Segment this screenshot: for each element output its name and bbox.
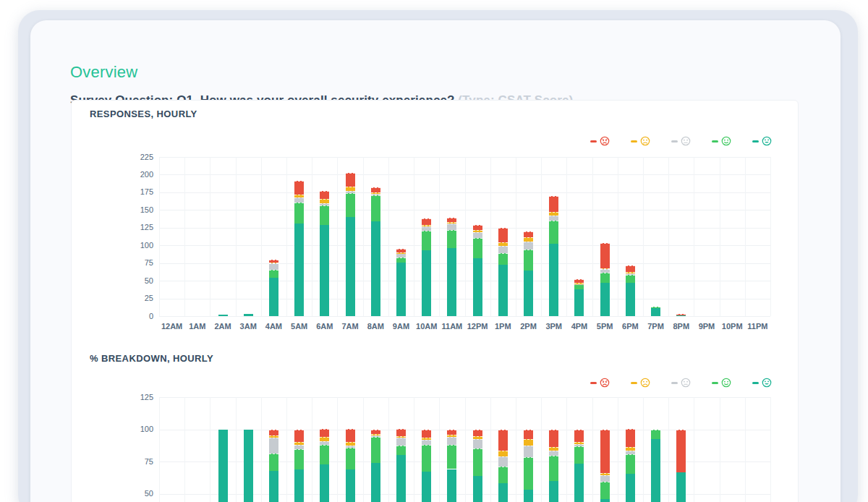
legend-item-very-unsatisfied[interactable] xyxy=(590,378,610,388)
bar-segment-satisfied-4PM[interactable] xyxy=(574,446,584,464)
bar-segment-very-unsatisfied-4PM[interactable] xyxy=(574,430,584,442)
legend-item-unsatisfied[interactable] xyxy=(631,378,650,388)
bar-segment-neutral-12PM[interactable] xyxy=(473,439,482,448)
legend-item-neutral[interactable] xyxy=(671,378,691,388)
bar-segment-very-satisfied-5AM[interactable] xyxy=(294,224,304,316)
bar-segment-satisfied-10AM[interactable] xyxy=(422,231,431,250)
bar-segment-unsatisfied-6PM[interactable] xyxy=(626,272,635,273)
legend-item-neutral[interactable] xyxy=(671,136,691,146)
bar-segment-unsatisfied-3PM[interactable] xyxy=(549,447,558,451)
bar-segment-very-unsatisfied-12PM[interactable] xyxy=(473,430,482,437)
bar-segment-very-unsatisfied-10AM[interactable] xyxy=(422,218,431,225)
bar-segment-unsatisfied-6AM[interactable] xyxy=(320,437,329,441)
bar-segment-very-satisfied-3AM[interactable] xyxy=(244,314,253,316)
bar-segment-neutral-10AM[interactable] xyxy=(422,226,431,231)
bar-segment-satisfied-6AM[interactable] xyxy=(320,445,329,464)
bar-segment-very-unsatisfied-2PM[interactable] xyxy=(524,231,533,238)
bar-segment-satisfied-3PM[interactable] xyxy=(549,456,558,481)
bar-segment-neutral-7AM[interactable] xyxy=(346,446,355,448)
bar-segment-unsatisfied-9AM[interactable] xyxy=(396,436,406,438)
bar-segment-satisfied-6PM[interactable] xyxy=(626,275,635,283)
bar-segment-very-satisfied-8AM[interactable] xyxy=(371,221,380,316)
bar-segment-unsatisfied-5PM[interactable] xyxy=(600,268,610,270)
bar-segment-neutral-10AM[interactable] xyxy=(422,440,431,446)
bar-segment-satisfied-6AM[interactable] xyxy=(320,205,329,224)
bar-segment-very-satisfied-12PM[interactable] xyxy=(473,258,482,316)
bar-segment-satisfied-7PM[interactable] xyxy=(651,430,660,440)
bar-segment-very-satisfied-6AM[interactable] xyxy=(320,225,329,316)
bar-segment-unsatisfied-12PM[interactable] xyxy=(473,436,482,439)
bar-segment-very-satisfied-9AM[interactable] xyxy=(396,263,406,316)
bar-segment-unsatisfied-11AM[interactable] xyxy=(447,222,456,224)
bar-segment-very-unsatisfied-6AM[interactable] xyxy=(320,429,329,437)
bar-segment-unsatisfied-9AM[interactable] xyxy=(396,252,406,254)
bar-segment-unsatisfied-4AM[interactable] xyxy=(269,263,278,264)
bar-segment-satisfied-2PM[interactable] xyxy=(524,250,533,271)
bar-segment-satisfied-12PM[interactable] xyxy=(473,238,482,258)
bar-segment-very-satisfied-7PM[interactable] xyxy=(651,439,660,502)
legend-item-very-satisfied[interactable] xyxy=(752,378,772,388)
bar-segment-unsatisfied-2PM[interactable] xyxy=(524,237,533,242)
bar-segment-unsatisfied-11AM[interactable] xyxy=(447,435,456,436)
bar-segment-very-unsatisfied-9AM[interactable] xyxy=(396,429,406,435)
bar-segment-unsatisfied-2PM[interactable] xyxy=(524,439,533,446)
bar-segment-very-satisfied-5AM[interactable] xyxy=(294,469,304,502)
bar-segment-very-satisfied-1PM[interactable] xyxy=(498,483,508,502)
bar-segment-unsatisfied-4PM[interactable] xyxy=(574,283,584,284)
bar-segment-satisfied-2PM[interactable] xyxy=(524,457,533,490)
bar-segment-very-satisfied-12PM[interactable] xyxy=(473,476,482,502)
bar-segment-satisfied-5AM[interactable] xyxy=(294,203,304,224)
bar-segment-neutral-4AM[interactable] xyxy=(269,438,278,454)
bar-segment-neutral-9AM[interactable] xyxy=(396,438,406,446)
bar-segment-unsatisfied-7AM[interactable] xyxy=(346,187,355,191)
bar-segment-neutral-8AM[interactable] xyxy=(371,435,380,437)
bar-segment-very-unsatisfied-4PM[interactable] xyxy=(574,279,584,283)
bar-segment-unsatisfied-4AM[interactable] xyxy=(269,435,278,437)
bar-segment-very-unsatisfied-8AM[interactable] xyxy=(371,430,380,435)
bar-segment-very-satisfied-3PM[interactable] xyxy=(549,244,558,316)
bar-segment-very-unsatisfied-9AM[interactable] xyxy=(396,249,406,252)
bar-segment-unsatisfied-4PM[interactable] xyxy=(574,442,584,444)
bar-segment-satisfied-4AM[interactable] xyxy=(269,454,278,472)
bar-segment-very-satisfied-2AM[interactable] xyxy=(218,315,228,316)
bar-segment-very-unsatisfied-5AM[interactable] xyxy=(294,181,304,195)
bar-segment-satisfied-3PM[interactable] xyxy=(549,221,558,244)
bar-segment-neutral-2PM[interactable] xyxy=(524,446,533,457)
bar-segment-very-satisfied-11AM[interactable] xyxy=(447,248,456,316)
bar-segment-very-satisfied-4AM[interactable] xyxy=(269,278,278,316)
bar-segment-unsatisfied-5AM[interactable] xyxy=(294,442,304,445)
bar-segment-very-satisfied-9AM[interactable] xyxy=(396,455,406,502)
bar-segment-very-satisfied-6PM[interactable] xyxy=(626,283,635,316)
bar-segment-neutral-6PM[interactable] xyxy=(626,273,635,275)
bar-segment-neutral-5AM[interactable] xyxy=(294,197,304,203)
bar-segment-very-unsatisfied-6PM[interactable] xyxy=(626,265,635,273)
bar-segment-very-satisfied-7AM[interactable] xyxy=(346,469,355,502)
bar-segment-very-satisfied-10AM[interactable] xyxy=(422,250,431,316)
bar-segment-very-satisfied-1PM[interactable] xyxy=(498,265,508,316)
bar-segment-very-unsatisfied-4AM[interactable] xyxy=(269,430,278,436)
bar-segment-unsatisfied-6PM[interactable] xyxy=(626,447,635,451)
bar-segment-satisfied-4AM[interactable] xyxy=(269,270,278,278)
bar-segment-very-satisfied-2PM[interactable] xyxy=(524,271,533,316)
bar-segment-unsatisfied-3PM[interactable] xyxy=(549,212,558,216)
bar-segment-very-unsatisfied-8PM[interactable] xyxy=(676,314,686,315)
bar-segment-very-satisfied-8AM[interactable] xyxy=(371,463,380,502)
bar-segment-unsatisfied-10AM[interactable] xyxy=(422,438,431,439)
bar-segment-very-unsatisfied-12PM[interactable] xyxy=(473,225,482,230)
bar-segment-neutral-4PM[interactable] xyxy=(574,444,584,446)
bar-segment-unsatisfied-1PM[interactable] xyxy=(498,451,508,456)
bar-segment-very-satisfied-2PM[interactable] xyxy=(524,490,533,502)
bar-segment-unsatisfied-6AM[interactable] xyxy=(320,199,329,203)
legend-item-satisfied[interactable] xyxy=(712,378,731,388)
bar-segment-satisfied-12PM[interactable] xyxy=(473,448,482,477)
bar-segment-very-unsatisfied-4AM[interactable] xyxy=(269,260,278,263)
bar-segment-very-unsatisfied-10AM[interactable] xyxy=(422,430,431,438)
bar-segment-satisfied-7AM[interactable] xyxy=(346,193,355,217)
bar-segment-satisfied-5AM[interactable] xyxy=(294,449,304,469)
bar-segment-neutral-4AM[interactable] xyxy=(269,263,278,271)
bar-segment-very-unsatisfied-11AM[interactable] xyxy=(447,218,456,222)
bar-segment-unsatisfied-5PM[interactable] xyxy=(600,473,610,475)
bar-segment-very-unsatisfied-6AM[interactable] xyxy=(320,191,329,199)
bar-segment-neutral-5PM[interactable] xyxy=(600,269,610,273)
bar-segment-very-satisfied-5PM[interactable] xyxy=(600,499,610,502)
